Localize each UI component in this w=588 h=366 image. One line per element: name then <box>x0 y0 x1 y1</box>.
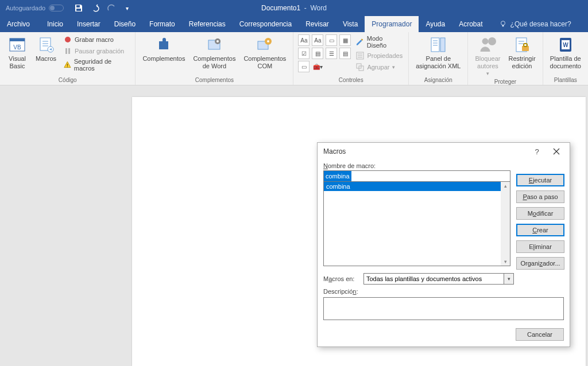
svg-rect-11 <box>68 48 70 54</box>
bloquear-autores-button: Bloquear autores▾ <box>473 34 502 79</box>
tab-revisar[interactable]: Revisar <box>299 16 336 32</box>
seguridad-macros-button[interactable]: Seguridad de macros <box>62 57 130 72</box>
group-complementos: Complementos Complementos de Word Comple… <box>136 32 293 85</box>
repeating-section-icon[interactable]: ▭ <box>298 61 310 72</box>
warning-icon <box>63 60 72 69</box>
picture-control-icon[interactable]: ▭ <box>326 34 337 46</box>
tab-insertar[interactable]: Insertar <box>70 16 107 32</box>
complementos-word-label: Complementos de Word <box>193 55 235 70</box>
cancelar-button[interactable]: Cancelar <box>516 328 564 341</box>
organizador-button[interactable]: Organizador... <box>516 257 564 270</box>
undo-icon[interactable] <box>90 3 99 13</box>
design-mode-icon <box>355 37 364 46</box>
svg-rect-3 <box>502 25 504 27</box>
macro-list[interactable]: combina ▴ ▾ <box>323 181 510 266</box>
visual-basic-button[interactable]: VB Visual Basic <box>5 34 30 71</box>
macro-list-item[interactable]: combina <box>324 182 510 191</box>
propiedades-button: Propiedades <box>354 50 404 61</box>
template-icon: W <box>556 36 575 54</box>
nombre-macro-input[interactable] <box>323 170 510 182</box>
plantilla-documento-button[interactable]: W Plantilla de documento <box>548 34 583 71</box>
dropdown-icon[interactable]: ▾ <box>504 273 514 285</box>
panel-xml-label: Panel de asignación XML <box>416 55 461 70</box>
tell-me-label: ¿Qué desea hacer? <box>510 20 571 28</box>
svg-rect-13 <box>67 67 68 67</box>
svg-rect-10 <box>65 48 67 54</box>
panel-xml-button[interactable]: Panel de asignación XML <box>413 34 463 71</box>
toggle-switch-icon[interactable] <box>49 5 64 11</box>
complementos-word-button[interactable]: Complementos de Word <box>191 34 238 71</box>
legacy-tools-icon[interactable]: 🧰▾ <box>312 61 323 72</box>
group-controles: Aa Aa ▭ ▦ ☑ ▤ ☰ ▤ ▭ 🧰▾ <box>293 32 409 85</box>
paso-a-paso-button[interactable]: Paso a paso <box>516 190 564 203</box>
macros-en-combo[interactable]: ▾ <box>363 273 514 285</box>
macros-en-input[interactable] <box>363 273 504 285</box>
macros-icon <box>37 36 55 54</box>
agrupar-label: Agrupar <box>367 64 389 71</box>
svg-text:W: W <box>563 42 568 48</box>
group-plantillas-label: Plantillas <box>548 77 583 85</box>
tab-acrobat[interactable]: Acrobat <box>452 16 489 32</box>
tell-me[interactable]: ¿Qué desea hacer? <box>499 16 571 32</box>
svg-text:VB: VB <box>13 44 21 50</box>
dialog-titlebar[interactable]: Macros ? <box>318 143 570 160</box>
pausar-grabacion-label: Pausar grabación <box>75 48 124 54</box>
modo-diseno-button[interactable]: Modo Diseño <box>354 34 404 49</box>
descripcion-box[interactable] <box>323 297 564 320</box>
dialog-close-button[interactable] <box>547 143 566 159</box>
tab-inicio[interactable]: Inicio <box>40 16 70 32</box>
ejecutar-button[interactable]: Ejecutar <box>516 174 564 186</box>
window-title: Documento1 - Word <box>261 4 327 12</box>
rich-text-control-icon[interactable]: Aa <box>298 34 310 46</box>
svg-point-2 <box>501 21 505 25</box>
lightbulb-icon <box>499 20 507 28</box>
redo-icon[interactable] <box>106 3 115 13</box>
tab-referencias[interactable]: Referencias <box>182 16 233 32</box>
save-icon[interactable] <box>74 3 83 13</box>
group-plantillas: W Plantilla de documento Plantillas <box>543 32 588 85</box>
dialog-help-button[interactable]: ? <box>527 143 547 159</box>
dialog-title: Macros <box>323 147 527 155</box>
group-complementos-label: Complementos <box>140 77 288 85</box>
complementos-com-button[interactable]: Complementos COM <box>241 34 288 71</box>
complementos-button[interactable]: Complementos <box>140 34 187 64</box>
combobox-control-icon[interactable]: ▤ <box>312 48 323 59</box>
scroll-up-icon[interactable]: ▴ <box>504 182 507 190</box>
tab-ayuda[interactable]: Ayuda <box>419 16 452 32</box>
restrict-editing-icon <box>513 36 531 54</box>
macros-button[interactable]: Macros <box>33 34 59 64</box>
complementos-label: Complementos <box>142 55 185 63</box>
tab-vista[interactable]: Vista <box>336 16 365 32</box>
scroll-down-icon[interactable]: ▾ <box>504 258 507 266</box>
svg-point-9 <box>65 37 71 42</box>
modificar-button[interactable]: Modificar <box>516 207 564 220</box>
tab-archivo[interactable]: Archivo <box>0 16 37 32</box>
crear-button[interactable]: Crear <box>516 224 564 236</box>
group-controles-label: Controles <box>298 77 404 85</box>
group-codigo: VB Visual Basic Macros Grabar macro Paus… <box>0 32 136 85</box>
grabar-macro-button[interactable]: Grabar macro <box>62 34 130 45</box>
building-block-control-icon[interactable]: ▦ <box>339 34 351 46</box>
restringir-edicion-button[interactable]: Restringir edición <box>506 34 537 71</box>
checkbox-control-icon[interactable]: ☑ <box>298 48 310 59</box>
gear-com-icon <box>256 36 274 54</box>
plantilla-documento-label: Plantilla de documento <box>550 55 581 70</box>
dropdown-control-icon[interactable]: ☰ <box>326 48 337 59</box>
date-picker-control-icon[interactable]: ▤ <box>339 48 351 59</box>
visual-basic-icon: VB <box>8 36 26 54</box>
modo-diseno-label: Modo Diseño <box>367 35 403 49</box>
plain-text-control-icon[interactable]: Aa <box>312 34 323 46</box>
tab-formato[interactable]: Formato <box>142 16 182 32</box>
tab-programador[interactable]: Programador <box>365 16 419 32</box>
visual-basic-label: Visual Basic <box>9 55 26 70</box>
title-bar: Autoguardado ▾ Documento1 - Word <box>0 0 588 16</box>
tab-diseno[interactable]: Diseño <box>107 16 142 32</box>
customize-qat-icon[interactable]: ▾ <box>122 3 131 13</box>
autosave-toggle[interactable]: Autoguardado <box>6 5 64 11</box>
close-icon <box>553 148 560 155</box>
bloquear-autores-label: Bloquear autores <box>475 55 500 70</box>
ribbon: VB Visual Basic Macros Grabar macro Paus… <box>0 32 588 85</box>
tab-correspondencia[interactable]: Correspondencia <box>233 16 299 32</box>
macro-list-scrollbar[interactable]: ▴ ▾ <box>501 182 510 266</box>
eliminar-button[interactable]: Eliminar <box>516 240 564 253</box>
